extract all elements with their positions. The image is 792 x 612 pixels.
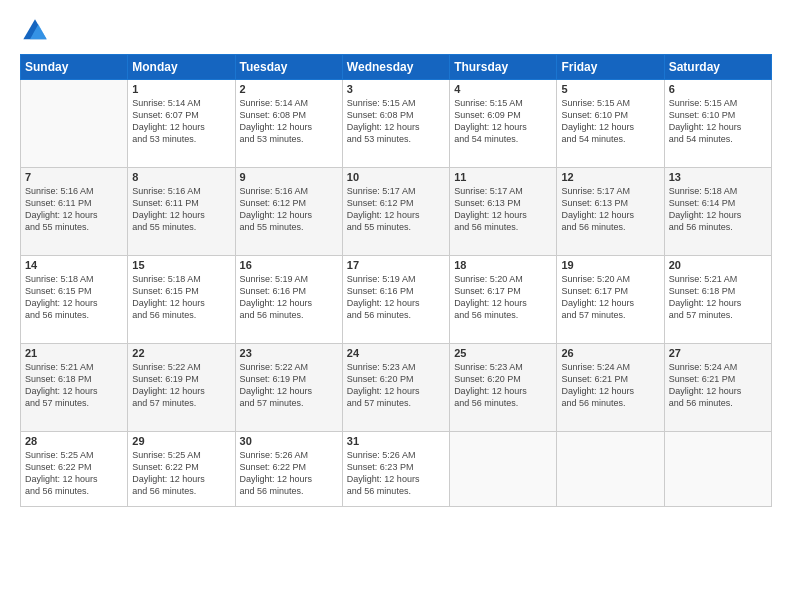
day-number: 29 <box>132 435 230 447</box>
calendar-cell: 7Sunrise: 5:16 AM Sunset: 6:11 PM Daylig… <box>21 168 128 256</box>
day-number: 31 <box>347 435 445 447</box>
calendar-cell: 24Sunrise: 5:23 AM Sunset: 6:20 PM Dayli… <box>342 344 449 432</box>
day-number: 18 <box>454 259 552 271</box>
calendar-cell: 16Sunrise: 5:19 AM Sunset: 6:16 PM Dayli… <box>235 256 342 344</box>
weekday-row: SundayMondayTuesdayWednesdayThursdayFrid… <box>21 55 772 80</box>
day-info: Sunrise: 5:14 AM Sunset: 6:08 PM Dayligh… <box>240 97 338 146</box>
day-info: Sunrise: 5:16 AM Sunset: 6:11 PM Dayligh… <box>132 185 230 234</box>
day-info: Sunrise: 5:17 AM Sunset: 6:13 PM Dayligh… <box>561 185 659 234</box>
day-info: Sunrise: 5:18 AM Sunset: 6:15 PM Dayligh… <box>132 273 230 322</box>
calendar-cell: 18Sunrise: 5:20 AM Sunset: 6:17 PM Dayli… <box>450 256 557 344</box>
day-info: Sunrise: 5:15 AM Sunset: 6:08 PM Dayligh… <box>347 97 445 146</box>
week-row-3: 14Sunrise: 5:18 AM Sunset: 6:15 PM Dayli… <box>21 256 772 344</box>
calendar-cell: 22Sunrise: 5:22 AM Sunset: 6:19 PM Dayli… <box>128 344 235 432</box>
day-number: 25 <box>454 347 552 359</box>
day-number: 27 <box>669 347 767 359</box>
calendar-cell <box>664 432 771 507</box>
day-info: Sunrise: 5:22 AM Sunset: 6:19 PM Dayligh… <box>240 361 338 410</box>
day-number: 13 <box>669 171 767 183</box>
calendar-cell: 28Sunrise: 5:25 AM Sunset: 6:22 PM Dayli… <box>21 432 128 507</box>
calendar-header: SundayMondayTuesdayWednesdayThursdayFrid… <box>21 55 772 80</box>
day-info: Sunrise: 5:26 AM Sunset: 6:22 PM Dayligh… <box>240 449 338 498</box>
calendar-cell: 30Sunrise: 5:26 AM Sunset: 6:22 PM Dayli… <box>235 432 342 507</box>
day-number: 3 <box>347 83 445 95</box>
day-info: Sunrise: 5:25 AM Sunset: 6:22 PM Dayligh… <box>25 449 123 498</box>
day-info: Sunrise: 5:20 AM Sunset: 6:17 PM Dayligh… <box>454 273 552 322</box>
weekday-header-saturday: Saturday <box>664 55 771 80</box>
calendar-cell: 2Sunrise: 5:14 AM Sunset: 6:08 PM Daylig… <box>235 80 342 168</box>
calendar-cell: 31Sunrise: 5:26 AM Sunset: 6:23 PM Dayli… <box>342 432 449 507</box>
calendar-cell: 11Sunrise: 5:17 AM Sunset: 6:13 PM Dayli… <box>450 168 557 256</box>
day-number: 16 <box>240 259 338 271</box>
calendar-cell: 6Sunrise: 5:15 AM Sunset: 6:10 PM Daylig… <box>664 80 771 168</box>
day-number: 11 <box>454 171 552 183</box>
calendar-cell: 27Sunrise: 5:24 AM Sunset: 6:21 PM Dayli… <box>664 344 771 432</box>
day-info: Sunrise: 5:17 AM Sunset: 6:13 PM Dayligh… <box>454 185 552 234</box>
calendar-cell: 29Sunrise: 5:25 AM Sunset: 6:22 PM Dayli… <box>128 432 235 507</box>
day-number: 15 <box>132 259 230 271</box>
weekday-header-sunday: Sunday <box>21 55 128 80</box>
week-row-5: 28Sunrise: 5:25 AM Sunset: 6:22 PM Dayli… <box>21 432 772 507</box>
calendar-cell: 15Sunrise: 5:18 AM Sunset: 6:15 PM Dayli… <box>128 256 235 344</box>
calendar-cell: 20Sunrise: 5:21 AM Sunset: 6:18 PM Dayli… <box>664 256 771 344</box>
week-row-2: 7Sunrise: 5:16 AM Sunset: 6:11 PM Daylig… <box>21 168 772 256</box>
day-info: Sunrise: 5:16 AM Sunset: 6:12 PM Dayligh… <box>240 185 338 234</box>
day-info: Sunrise: 5:21 AM Sunset: 6:18 PM Dayligh… <box>25 361 123 410</box>
calendar-cell: 23Sunrise: 5:22 AM Sunset: 6:19 PM Dayli… <box>235 344 342 432</box>
calendar-cell: 19Sunrise: 5:20 AM Sunset: 6:17 PM Dayli… <box>557 256 664 344</box>
day-info: Sunrise: 5:23 AM Sunset: 6:20 PM Dayligh… <box>347 361 445 410</box>
weekday-header-monday: Monday <box>128 55 235 80</box>
week-row-4: 21Sunrise: 5:21 AM Sunset: 6:18 PM Dayli… <box>21 344 772 432</box>
calendar-cell: 5Sunrise: 5:15 AM Sunset: 6:10 PM Daylig… <box>557 80 664 168</box>
day-number: 30 <box>240 435 338 447</box>
page: SundayMondayTuesdayWednesdayThursdayFrid… <box>0 0 792 612</box>
header <box>20 16 772 46</box>
day-info: Sunrise: 5:23 AM Sunset: 6:20 PM Dayligh… <box>454 361 552 410</box>
calendar-cell: 25Sunrise: 5:23 AM Sunset: 6:20 PM Dayli… <box>450 344 557 432</box>
calendar-cell: 12Sunrise: 5:17 AM Sunset: 6:13 PM Dayli… <box>557 168 664 256</box>
day-info: Sunrise: 5:25 AM Sunset: 6:22 PM Dayligh… <box>132 449 230 498</box>
day-info: Sunrise: 5:20 AM Sunset: 6:17 PM Dayligh… <box>561 273 659 322</box>
day-number: 2 <box>240 83 338 95</box>
day-info: Sunrise: 5:16 AM Sunset: 6:11 PM Dayligh… <box>25 185 123 234</box>
weekday-header-friday: Friday <box>557 55 664 80</box>
calendar-cell: 8Sunrise: 5:16 AM Sunset: 6:11 PM Daylig… <box>128 168 235 256</box>
calendar-cell: 17Sunrise: 5:19 AM Sunset: 6:16 PM Dayli… <box>342 256 449 344</box>
day-number: 22 <box>132 347 230 359</box>
weekday-header-thursday: Thursday <box>450 55 557 80</box>
day-info: Sunrise: 5:15 AM Sunset: 6:10 PM Dayligh… <box>561 97 659 146</box>
calendar-cell: 26Sunrise: 5:24 AM Sunset: 6:21 PM Dayli… <box>557 344 664 432</box>
day-number: 14 <box>25 259 123 271</box>
calendar-body: 1Sunrise: 5:14 AM Sunset: 6:07 PM Daylig… <box>21 80 772 507</box>
calendar-cell: 21Sunrise: 5:21 AM Sunset: 6:18 PM Dayli… <box>21 344 128 432</box>
weekday-header-wednesday: Wednesday <box>342 55 449 80</box>
day-number: 1 <box>132 83 230 95</box>
logo-icon <box>20 16 50 46</box>
calendar-cell: 14Sunrise: 5:18 AM Sunset: 6:15 PM Dayli… <box>21 256 128 344</box>
calendar-cell <box>557 432 664 507</box>
day-number: 10 <box>347 171 445 183</box>
day-number: 23 <box>240 347 338 359</box>
day-info: Sunrise: 5:15 AM Sunset: 6:09 PM Dayligh… <box>454 97 552 146</box>
day-number: 26 <box>561 347 659 359</box>
calendar-cell: 3Sunrise: 5:15 AM Sunset: 6:08 PM Daylig… <box>342 80 449 168</box>
day-info: Sunrise: 5:19 AM Sunset: 6:16 PM Dayligh… <box>240 273 338 322</box>
day-info: Sunrise: 5:17 AM Sunset: 6:12 PM Dayligh… <box>347 185 445 234</box>
day-number: 8 <box>132 171 230 183</box>
calendar-cell: 13Sunrise: 5:18 AM Sunset: 6:14 PM Dayli… <box>664 168 771 256</box>
weekday-header-tuesday: Tuesday <box>235 55 342 80</box>
calendar-cell: 10Sunrise: 5:17 AM Sunset: 6:12 PM Dayli… <box>342 168 449 256</box>
day-number: 24 <box>347 347 445 359</box>
day-info: Sunrise: 5:18 AM Sunset: 6:15 PM Dayligh… <box>25 273 123 322</box>
calendar-cell <box>21 80 128 168</box>
week-row-1: 1Sunrise: 5:14 AM Sunset: 6:07 PM Daylig… <box>21 80 772 168</box>
day-info: Sunrise: 5:21 AM Sunset: 6:18 PM Dayligh… <box>669 273 767 322</box>
day-number: 4 <box>454 83 552 95</box>
day-number: 6 <box>669 83 767 95</box>
day-number: 9 <box>240 171 338 183</box>
day-info: Sunrise: 5:26 AM Sunset: 6:23 PM Dayligh… <box>347 449 445 498</box>
day-number: 12 <box>561 171 659 183</box>
calendar-cell: 4Sunrise: 5:15 AM Sunset: 6:09 PM Daylig… <box>450 80 557 168</box>
day-info: Sunrise: 5:15 AM Sunset: 6:10 PM Dayligh… <box>669 97 767 146</box>
calendar-cell: 1Sunrise: 5:14 AM Sunset: 6:07 PM Daylig… <box>128 80 235 168</box>
